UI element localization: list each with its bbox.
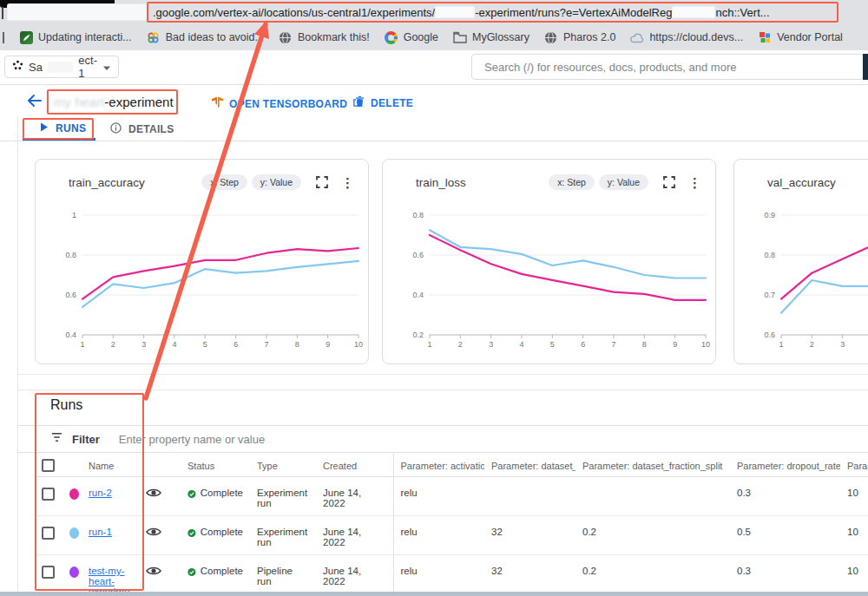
console-search[interactable]	[471, 54, 864, 80]
row-checkbox[interactable]	[42, 488, 55, 501]
svg-text:0.8: 0.8	[65, 251, 76, 259]
page-title: my heart-experiment	[54, 95, 174, 109]
info-icon	[110, 122, 122, 136]
svg-text:6: 6	[581, 340, 585, 349]
tab-details[interactable]: DETAILS	[110, 122, 174, 136]
url-text[interactable]: .google.com/vertex-ai/locations/us-centr…	[153, 6, 770, 19]
svg-text:2: 2	[458, 340, 463, 349]
project-name-redacted	[48, 62, 73, 73]
param-fraction-split: 0.2	[575, 555, 730, 596]
project-name-suffix: ect-1	[78, 54, 97, 80]
back-button[interactable]	[26, 93, 43, 112]
search-input[interactable]	[483, 60, 852, 75]
y-axis-chip[interactable]: y: Value	[252, 174, 301, 190]
svg-text:0.9: 0.9	[764, 211, 775, 219]
svg-text:5: 5	[550, 340, 555, 349]
x-axis-chip[interactable]: x: Step	[201, 174, 247, 190]
column-header-type[interactable]: Type	[250, 454, 316, 477]
run-color-dot	[69, 488, 79, 500]
svg-text:0.6: 0.6	[412, 251, 424, 259]
svg-text:0.6: 0.6	[764, 331, 775, 339]
url-redacted-prefix	[7, 3, 148, 21]
status-text: Complete	[201, 488, 243, 498]
heading-divider	[17, 425, 868, 426]
fullscreen-icon[interactable]	[316, 176, 328, 188]
param-clipped: 10	[840, 555, 868, 596]
svg-text:0.6: 0.6	[65, 291, 76, 299]
svg-text:0.8: 0.8	[764, 251, 775, 259]
bookmark-item[interactable]: Pharos 2.0	[544, 30, 615, 44]
chevron-down-icon	[102, 61, 111, 74]
column-header-created[interactable]: Created	[316, 454, 393, 477]
fullscreen-icon[interactable]	[663, 176, 675, 188]
chart-menu-icon[interactable]: ⋮	[688, 176, 701, 189]
cloud-icon	[630, 30, 644, 44]
column-header-param-clipped[interactable]: Param	[840, 454, 868, 477]
bookmark-item[interactable]: MyGlossary	[453, 30, 529, 44]
tab-runs[interactable]: RUNS	[40, 122, 86, 134]
svg-text:0.4: 0.4	[65, 331, 76, 339]
svg-text:7: 7	[611, 340, 615, 349]
bookmark-item[interactable]: https://cloud.devs...	[630, 30, 743, 44]
svg-text:4: 4	[172, 340, 176, 349]
bookmark-item[interactable]: Bookmark this!	[279, 30, 370, 44]
google-g-icon	[385, 30, 398, 44]
param-activation: relu	[393, 477, 484, 516]
bookmark-label: MyGlossary	[472, 31, 529, 43]
bookmarks-bar: Updating interacti... Bad ideas to avoid…	[0, 24, 868, 50]
filter-divider	[17, 452, 868, 453]
select-all-checkbox[interactable]	[42, 459, 55, 472]
svg-text:0.4: 0.4	[412, 291, 424, 299]
open-tensorboard-button[interactable]: OPEN TENSORBOARD	[211, 95, 362, 112]
delete-button[interactable]: DELETE	[354, 95, 413, 110]
bookmark-item[interactable]: Updating interacti...	[19, 30, 132, 44]
run-link[interactable]: run-1	[89, 527, 112, 537]
browser-address-bar[interactable]: .google.com/vertex-ai/locations/us-centr…	[0, 0, 868, 24]
svg-text:8: 8	[295, 340, 299, 349]
clipped-header-control	[863, 54, 868, 80]
row-checkbox[interactable]	[42, 566, 55, 579]
status-text: Complete	[201, 566, 243, 576]
bookmark-item[interactable]: Google	[385, 30, 438, 44]
column-header-param-fraction-split[interactable]: Parameter: dataset_fraction_split	[575, 454, 730, 477]
left-rail-divider	[17, 117, 18, 592]
feather-icon	[19, 30, 33, 44]
run-created: June 14, 2022	[316, 477, 393, 516]
project-selector[interactable]: Sa ect-1	[4, 56, 119, 78]
param-dataset-batch	[484, 477, 575, 516]
column-header-status[interactable]: Status	[181, 454, 250, 477]
svg-text:5: 5	[203, 340, 207, 349]
filter-input[interactable]	[117, 432, 381, 447]
project-dots-icon	[12, 60, 23, 74]
chart-title: train_loss	[416, 176, 466, 189]
visibility-toggle[interactable]	[139, 555, 181, 596]
svg-text:1: 1	[72, 211, 76, 219]
column-header-param-activation[interactable]: Parameter: activation	[393, 454, 484, 477]
column-header-param-dropout[interactable]: Parameter: dropout_rate	[730, 454, 840, 477]
param-dataset-batch: 32	[484, 516, 575, 555]
url-path1: /vertex-ai/locations/us-central1/experim…	[214, 6, 435, 19]
filter-bar[interactable]: Filter	[50, 431, 381, 447]
bookmark-item[interactable]: Vendor Portal	[758, 30, 843, 44]
active-tab-indicator	[23, 138, 95, 141]
visibility-column-header	[139, 454, 181, 477]
row-checkbox[interactable]	[42, 527, 55, 540]
svg-text:7: 7	[264, 340, 268, 349]
line-chart-train-accuracy: 0.40.60.8112345678910	[53, 203, 365, 355]
visibility-toggle[interactable]	[139, 477, 181, 516]
chart-menu-icon[interactable]: ⋮	[341, 176, 354, 189]
param-clipped: 10	[840, 477, 868, 516]
visibility-toggle[interactable]	[139, 516, 181, 555]
url-path3: nch::Vert...	[715, 6, 769, 19]
y-axis-chip[interactable]: y: Value	[599, 174, 648, 190]
svg-text:9: 9	[326, 340, 330, 349]
x-axis-chip[interactable]: x: Step	[549, 174, 595, 190]
table-header-row: Name Status Type Created Parameter: acti…	[35, 454, 868, 477]
run-link[interactable]: run-2	[89, 488, 112, 498]
svg-text:2: 2	[111, 340, 115, 349]
bookmark-item[interactable]: Bad ideas to avoid...	[147, 30, 264, 44]
column-header-param-dataset-batch[interactable]: Parameter: dataset_batch	[484, 454, 575, 477]
column-header-name[interactable]: Name	[82, 454, 139, 477]
param-dropout-rate: 0.3	[730, 555, 840, 596]
eye-icon	[146, 566, 161, 576]
